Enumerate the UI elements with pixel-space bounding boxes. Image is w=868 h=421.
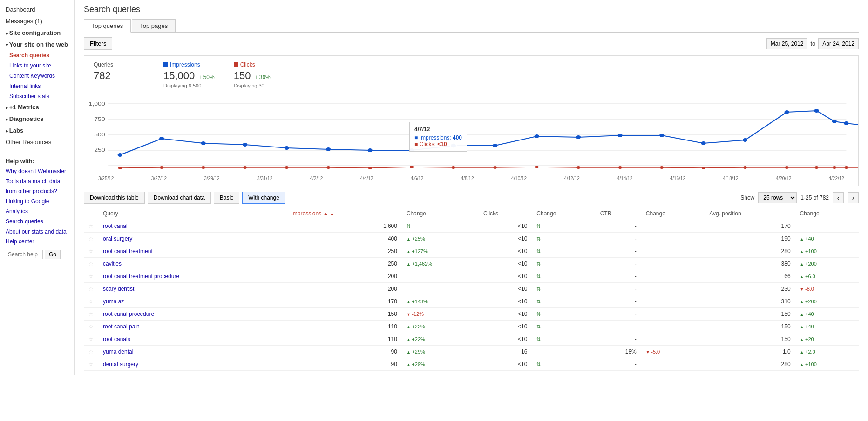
x-label-11: 4/16/12 bbox=[670, 176, 685, 181]
query-link[interactable]: root canal treatment procedure bbox=[103, 273, 179, 280]
th-impressions[interactable]: Impressions ▲ bbox=[287, 207, 402, 220]
table-row: ☆ yuma az 170 +143% <10 ⇅ - 310 +200 bbox=[84, 295, 859, 308]
star-cell[interactable]: ☆ bbox=[84, 308, 98, 321]
impressions-cell: 90 bbox=[287, 358, 402, 371]
search-help-input[interactable] bbox=[6, 250, 43, 259]
impressions-change: + 50% bbox=[198, 74, 214, 80]
star-cell[interactable]: ☆ bbox=[84, 258, 98, 270]
x-label-13: 4/20/12 bbox=[776, 176, 791, 181]
svg-point-30 bbox=[160, 166, 163, 169]
help-link-search-queries[interactable]: Search queries bbox=[6, 217, 68, 227]
go-button[interactable]: Go bbox=[45, 250, 61, 259]
th-ctr[interactable]: CTR bbox=[596, 207, 641, 220]
sidebar-item-dashboard[interactable]: Dashboard bbox=[0, 4, 74, 15]
star-cell[interactable]: ☆ bbox=[84, 233, 98, 245]
stats-row: Queries 782 Impressions 15,000 + 50% Dis… bbox=[84, 55, 859, 94]
table-row: ☆ scary dentist 200 <10 ⇅ - 230 -8.0 bbox=[84, 283, 859, 295]
date-range: Mar 25, 2012 to Apr 24, 2012 bbox=[766, 38, 859, 49]
sidebar-item-your-site[interactable]: Your site on the web bbox=[0, 39, 74, 50]
basic-btn[interactable]: Basic bbox=[214, 192, 239, 204]
x-label-3: 3/31/12 bbox=[257, 176, 272, 181]
table-controls: Download this table Download chart data … bbox=[84, 192, 859, 204]
query-link[interactable]: root canal procedure bbox=[103, 311, 154, 317]
svg-point-40 bbox=[576, 166, 580, 169]
download-chart-btn[interactable]: Download chart data bbox=[148, 192, 211, 204]
avg-pos-cell: 190 bbox=[705, 233, 795, 245]
impressions-cell: 90 bbox=[287, 346, 402, 358]
query-link[interactable]: root canal bbox=[103, 223, 128, 229]
query-link[interactable]: root canal pain bbox=[103, 323, 140, 330]
star-cell[interactable]: ☆ bbox=[84, 220, 98, 233]
help-link-help-center[interactable]: Help center bbox=[6, 237, 68, 247]
star-cell[interactable]: ☆ bbox=[84, 270, 98, 283]
query-link[interactable]: cavities bbox=[103, 261, 122, 267]
star-cell[interactable]: ☆ bbox=[84, 346, 98, 358]
x-label-2: 3/29/12 bbox=[204, 176, 219, 181]
sidebar-item-site-config[interactable]: Site configuration bbox=[0, 27, 74, 39]
sidebar-item-search-queries[interactable]: Search queries bbox=[0, 50, 74, 60]
ctr-cell: - bbox=[596, 220, 641, 233]
star-cell[interactable]: ☆ bbox=[84, 358, 98, 371]
tab-top-pages[interactable]: Top pages bbox=[132, 19, 176, 32]
clicks-value: 150 bbox=[234, 70, 251, 82]
query-link[interactable]: root canals bbox=[103, 336, 130, 342]
sidebar-item-internal-links[interactable]: Internal links bbox=[0, 81, 74, 91]
sidebar-item-diagnostics[interactable]: Diagnostics bbox=[0, 113, 74, 125]
th-clicks[interactable]: Clicks bbox=[479, 207, 532, 220]
date-from[interactable]: Mar 25, 2012 bbox=[766, 38, 808, 49]
sidebar-item-labs[interactable]: Labs bbox=[0, 125, 74, 136]
impressions-cell: 250 bbox=[287, 258, 402, 270]
download-table-btn[interactable]: Download this table bbox=[84, 192, 145, 204]
star-cell[interactable]: ☆ bbox=[84, 333, 98, 346]
th-query[interactable]: Query bbox=[98, 207, 287, 220]
impressions-value: 15,000 bbox=[163, 70, 195, 82]
sidebar-item-other-resources[interactable]: Other Resources bbox=[0, 136, 74, 148]
sidebar-item-subscriber-stats[interactable]: Subscriber stats bbox=[0, 91, 74, 101]
star-cell[interactable]: ☆ bbox=[84, 245, 98, 258]
query-link[interactable]: yuma dental bbox=[103, 348, 133, 355]
svg-point-21 bbox=[618, 134, 623, 137]
date-to[interactable]: Apr 24, 2012 bbox=[818, 38, 859, 49]
x-label-6: 4/6/12 bbox=[411, 176, 424, 181]
rows-select[interactable]: 10 rows 25 rows 50 rows 100 rows bbox=[758, 192, 797, 203]
star-cell[interactable]: ☆ bbox=[84, 295, 98, 308]
with-change-btn[interactable]: With change bbox=[242, 192, 285, 204]
help-link-0[interactable]: Why doesn't Webmaster Tools data match d… bbox=[6, 167, 68, 197]
clicks-change-cell: ⇅ bbox=[532, 295, 595, 308]
svg-point-9 bbox=[118, 153, 122, 157]
th-clicks-change: Change bbox=[532, 207, 595, 220]
help-link-analytics[interactable]: Linking to Google Analytics bbox=[6, 197, 68, 217]
query-link[interactable]: dental surgery bbox=[103, 361, 138, 368]
svg-point-25 bbox=[784, 110, 789, 114]
sidebar-item-keywords[interactable]: Content Keywords bbox=[0, 71, 74, 81]
svg-point-39 bbox=[535, 166, 539, 168]
prev-page-btn[interactable]: ‹ bbox=[833, 192, 844, 203]
queries-value: 782 bbox=[94, 70, 144, 82]
tab-top-queries[interactable]: Top queries bbox=[84, 19, 131, 33]
pos-change-cell: +200 bbox=[795, 258, 859, 270]
pos-change-cell: +100 bbox=[795, 245, 859, 258]
avg-pos-cell: 1.0 bbox=[705, 346, 795, 358]
svg-point-24 bbox=[743, 138, 747, 142]
sidebar-item-metrics[interactable]: +1 Metrics bbox=[0, 101, 74, 113]
sidebar-item-messages[interactable]: Messages (1) bbox=[0, 15, 74, 27]
clicks-change-cell: ⇅ bbox=[532, 333, 595, 346]
svg-text:1,000: 1,000 bbox=[89, 101, 105, 107]
svg-point-31 bbox=[202, 166, 205, 169]
query-link[interactable]: yuma az bbox=[103, 298, 124, 305]
ctr-cell: - bbox=[596, 258, 641, 270]
query-link[interactable]: scary dentist bbox=[103, 286, 134, 292]
filters-button[interactable]: Filters bbox=[84, 37, 112, 50]
svg-point-28 bbox=[844, 121, 848, 125]
next-page-btn[interactable]: › bbox=[848, 192, 859, 203]
query-link[interactable]: oral surgery bbox=[103, 235, 132, 242]
star-cell[interactable]: ☆ bbox=[84, 321, 98, 333]
sidebar-item-links[interactable]: Links to your site bbox=[0, 60, 74, 71]
th-avg-pos[interactable]: Avg. position bbox=[705, 207, 795, 220]
ctr-change-cell bbox=[641, 295, 705, 308]
help-link-about-stats[interactable]: About our stats and data bbox=[6, 227, 68, 237]
clicks-cell: <10 bbox=[479, 258, 532, 270]
star-cell[interactable]: ☆ bbox=[84, 283, 98, 295]
query-link[interactable]: root canal treatment bbox=[103, 248, 153, 254]
x-label-9: 4/12/12 bbox=[564, 176, 579, 181]
